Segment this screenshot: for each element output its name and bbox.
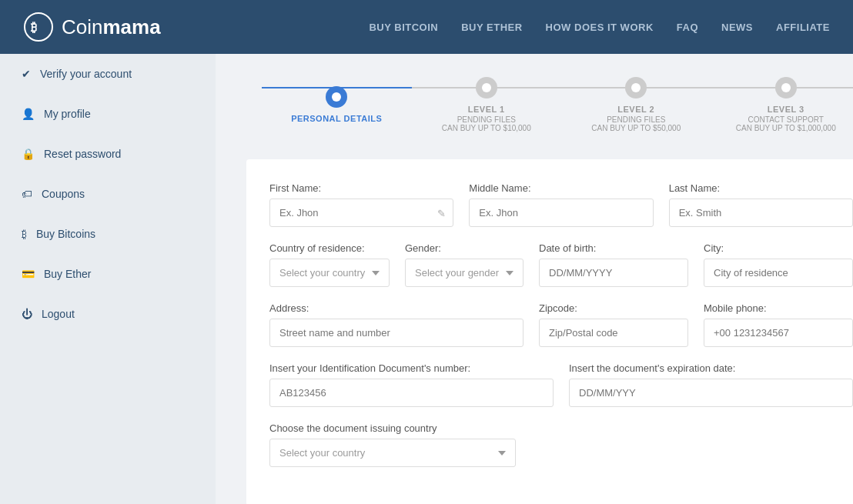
sidebar-item-profile[interactable]: 👤 My profile [0,94,216,134]
card-icon: 💳 [22,268,35,280]
step-circle-level1 [476,77,497,98]
nav-how-it-works[interactable]: HOW DOES IT WORK [546,22,654,33]
mobile-input[interactable] [704,319,853,347]
id-number-input[interactable] [269,379,554,407]
sidebar-label-buy-ether: Buy Ether [44,268,91,280]
sidebar: ✔ Verify your account 👤 My profile 🔒 Res… [0,54,216,504]
lock-icon: 🔒 [22,148,35,160]
main-nav: BUY BITCOIN BUY ETHER HOW DOES IT WORK F… [369,22,830,33]
sidebar-label-buy-bitcoins: Buy Bitcoins [36,228,95,240]
sidebar-label-coupons: Coupons [42,188,85,200]
form-row-id: Insert your Identification Document's nu… [269,362,853,407]
mobile-label: Mobile phone: [704,302,853,314]
form-group-id-number: Insert your Identification Document's nu… [269,362,554,407]
form-group-city: City: [704,242,853,287]
sidebar-item-coupons[interactable]: 🏷 Coupons [0,174,216,214]
last-name-input[interactable] [669,199,853,227]
sidebar-item-verify[interactable]: ✔ Verify your account [0,54,216,94]
last-name-label: Last Name: [669,182,853,194]
step-sublabel-level2: PENDING FILES [607,115,665,124]
gender-select[interactable]: Select your gender [405,259,524,287]
address-input[interactable] [269,319,524,347]
step-circle-level3 [775,77,797,98]
sidebar-item-buy-bitcoins[interactable]: ₿ Buy Bitcoins [0,214,216,254]
form-row-details: Country of residence: Select your countr… [269,242,853,287]
header: ₿ Coinmama BUY BITCOIN BUY ETHER HOW DOE… [0,0,853,54]
form-group-expiry: Insert the document's expiration date: [569,362,853,407]
zipcode-input[interactable] [539,319,688,347]
gender-label: Gender: [405,242,524,254]
logo-coin: Coin [62,15,102,38]
sidebar-label-reset: Reset password [44,148,121,160]
nav-news[interactable]: NEWS [721,22,753,33]
step-label-level2: LEVEL 2 [617,105,654,114]
progress-section: PERSONAL DETAILS LEVEL 1 PENDING FILES C… [246,77,853,132]
logo-mama: mama [102,15,160,38]
progress-step-level3: LEVEL 3 CONTACT SUPPORT CAN BUY UP TO $1… [711,77,854,132]
form-row-names: First Name: ✎ Middle Name: Last Name: [269,182,853,227]
step-dot-level2 [631,83,641,92]
middle-name-input[interactable] [469,199,653,227]
city-input[interactable] [704,259,853,287]
form-group-address: Address: [269,302,524,347]
svg-text:₿: ₿ [31,21,37,34]
first-name-input-wrapper: ✎ [269,199,453,227]
form-group-issuing-country: Choose the document issuing country Sele… [269,422,516,467]
dob-label: Date of birth: [539,242,688,254]
step-sublabel-level1: PENDING FILES [457,115,516,124]
form-row-address: Address: Zipcode: Mobile phone: [269,302,853,347]
progress-step-personal: PERSONAL DETAILS [262,86,412,123]
progress-step-level2: LEVEL 2 PENDING FILES CAN BUY UP TO $50,… [561,77,711,132]
sidebar-label-logout: Logout [42,308,75,320]
step-label-personal: PERSONAL DETAILS [291,114,382,123]
logo-icon: ₿ [23,12,54,42]
sidebar-label-verify: Verify your account [40,68,132,80]
form-group-mobile: Mobile phone: [704,302,853,347]
logo: ₿ Coinmama [23,12,161,42]
nav-buy-bitcoin[interactable]: BUY BITCOIN [369,22,438,33]
issuing-country-select[interactable]: Select your country [269,439,516,467]
first-name-input[interactable] [269,199,453,227]
power-icon: ⏻ [22,308,32,320]
step-circle-level2 [625,77,647,98]
bitcoin-icon: ₿ [22,228,27,240]
nav-faq[interactable]: FAQ [677,22,698,33]
user-icon: 👤 [22,108,35,120]
form-group-zipcode: Zipcode: [539,302,688,347]
svg-point-0 [25,13,52,41]
city-label: City: [704,242,853,254]
form-group-first-name: First Name: ✎ [269,182,453,227]
step-dot-personal [332,92,341,102]
sidebar-item-reset-password[interactable]: 🔒 Reset password [0,134,216,174]
country-label: Country of residence: [269,242,390,254]
id-number-label: Insert your Identification Document's nu… [269,362,554,374]
form-row-issuing: Choose the document issuing country Sele… [269,422,853,467]
step-sublabel2-level2: CAN BUY UP TO $50,000 [591,124,681,132]
step-circle-personal [326,86,347,108]
middle-name-label: Middle Name: [469,182,653,194]
address-label: Address: [269,302,524,314]
zipcode-label: Zipcode: [539,302,688,314]
step-label-level3: LEVEL 3 [768,105,804,114]
expiry-input[interactable] [569,379,853,407]
nav-affiliate[interactable]: AFFILIATE [776,22,830,33]
issuing-country-label: Choose the document issuing country [269,422,516,434]
step-dot-level1 [482,83,491,92]
form-group-middle-name: Middle Name: [469,182,653,227]
progress-bar: PERSONAL DETAILS LEVEL 1 PENDING FILES C… [262,77,853,132]
nav-buy-ether[interactable]: BUY ETHER [461,22,522,33]
country-select[interactable]: Select your country [269,259,390,287]
page-layout: ✔ Verify your account 👤 My profile 🔒 Res… [0,54,853,504]
progress-step-level1: LEVEL 1 PENDING FILES CAN BUY UP TO $10,… [412,77,562,132]
expiry-label: Insert the document's expiration date: [569,362,853,374]
dob-input[interactable] [539,259,688,287]
form-group-gender: Gender: Select your gender [405,242,524,287]
main-content: PERSONAL DETAILS LEVEL 1 PENDING FILES C… [216,54,853,504]
sidebar-item-buy-ether[interactable]: 💳 Buy Ether [0,254,216,294]
step-sublabel2-level1: CAN BUY UP TO $10,000 [442,124,531,132]
checkmark-icon: ✔ [22,68,31,80]
form-group-last-name: Last Name: [669,182,853,227]
edit-icon-first-name: ✎ [437,207,446,219]
tag-icon: 🏷 [22,188,32,200]
sidebar-item-logout[interactable]: ⏻ Logout [0,294,216,334]
